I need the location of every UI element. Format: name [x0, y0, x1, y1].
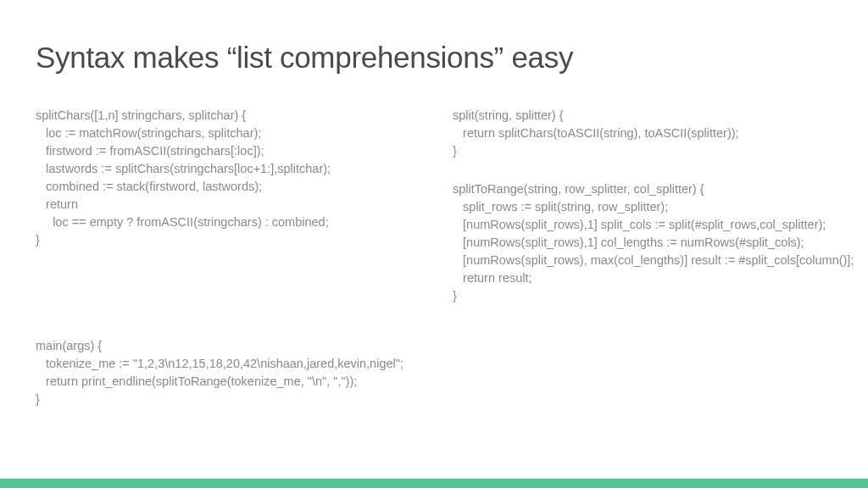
- slide: Syntax makes “list comprehensions” easy …: [0, 0, 868, 408]
- columns: splitChars([1,n] stringchars, splitchar)…: [36, 107, 832, 325]
- column-right: split(string, splitter) { return splitCh…: [453, 107, 854, 325]
- code-split: split(string, splitter) { return splitCh…: [453, 107, 854, 160]
- code-splitchars: splitChars([1,n] stringchars, splitchar)…: [36, 107, 426, 249]
- column-left: splitChars([1,n] stringchars, splitchar)…: [36, 107, 426, 325]
- slide-title: Syntax makes “list comprehensions” easy: [36, 41, 832, 75]
- code-splittorange: splitToRange(string, row_splitter, col_s…: [453, 180, 854, 305]
- footer-accent-bar: [0, 479, 868, 488]
- code-main: main(args) { tokenize_me := "1,2,3\n12,1…: [36, 337, 832, 408]
